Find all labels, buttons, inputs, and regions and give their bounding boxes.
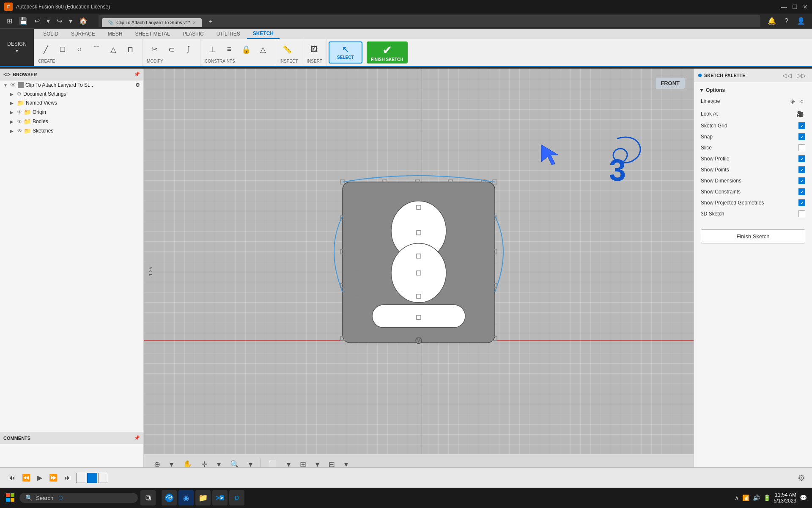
end-button[interactable]: ⏭ (63, 472, 73, 483)
design-menu-button[interactable]: DESIGN ▾ (0, 29, 34, 66)
home-button[interactable]: 🏠 (77, 15, 90, 27)
line-tool[interactable]: ╱ (38, 43, 53, 56)
extend-tool[interactable]: ⊂ (164, 43, 179, 56)
circle-tool[interactable]: ○ (72, 43, 87, 55)
doc-tab-close[interactable]: ✕ (192, 20, 196, 25)
browser-item-sketches[interactable]: ▶ 👁 📁 Sketches (0, 126, 143, 135)
browser-item-origin[interactable]: ▶ 👁 📁 Origin (0, 108, 143, 117)
cortana-taskbar-button[interactable]: ◉ (178, 490, 194, 505)
playback-bar: ⏮ ⏪ ▶ ⏩ ⏭ ⚙ (0, 467, 812, 488)
browser-item-bodies[interactable]: ▶ 👁 📁 Bodies (0, 117, 143, 126)
show-profile-checkbox[interactable]: ✓ (798, 155, 805, 162)
timeline-shape-1[interactable] (76, 473, 86, 483)
up-arrow-tray[interactable]: ∧ (735, 494, 739, 501)
viewport[interactable]: 1:25 FRONT (144, 69, 694, 474)
redo-button[interactable]: ↪ (54, 15, 65, 27)
insert-tool[interactable]: 🖼 (307, 43, 322, 55)
show-points-checkbox[interactable]: ✓ (798, 166, 805, 173)
palette-left-btn[interactable]: ◁◁ (781, 71, 793, 80)
prev-button[interactable]: ⏪ (20, 472, 32, 483)
eye-icon-origin[interactable]: 👁 (17, 109, 22, 115)
select-section[interactable]: ↖ SELECT (329, 41, 362, 64)
tab-sketch[interactable]: SKETCH (247, 29, 280, 39)
notification-button[interactable]: 🔔 (765, 15, 779, 27)
sidebar-pin-icon[interactable]: 📌 (134, 72, 140, 77)
help-button[interactable]: ? (782, 16, 791, 27)
tab-sheet-metal[interactable]: SHEET METAL (129, 29, 176, 39)
palette-right-btn[interactable]: ▷▷ (795, 71, 808, 80)
start-button[interactable]: ⏮ (7, 472, 17, 483)
slot-tool[interactable]: ⊓ (123, 43, 138, 56)
look-at-button[interactable]: 🎥 (795, 110, 805, 118)
eye-icon-root[interactable]: 👁 (10, 82, 16, 88)
measure-tool[interactable]: 📏 (280, 43, 295, 56)
file-explorer-button[interactable]: 📁 (195, 490, 211, 505)
taskview-button[interactable]: ⧉ (140, 490, 156, 505)
linetype-btn-1[interactable]: ◈ (789, 97, 797, 105)
notification-tray-icon[interactable]: 💬 (800, 494, 807, 501)
undo-dropdown[interactable]: ▾ (44, 15, 52, 27)
tab-plastic[interactable]: PLASTIC (177, 29, 210, 39)
minimize-button[interactable]: — (781, 3, 787, 10)
linetype-btn-2[interactable]: ○ (798, 97, 805, 105)
grid-menu-button[interactable]: ⊞ (4, 15, 15, 27)
clock[interactable]: 11:54 AM 5/13/2023 (774, 492, 796, 504)
user-button[interactable]: 👤 (794, 15, 808, 27)
coincident-tool[interactable]: ⊥ (205, 43, 220, 56)
show-profile-label: Show Profile (701, 156, 729, 162)
network-icon[interactable]: 📶 (742, 494, 749, 501)
undo-button[interactable]: ↩ (32, 15, 42, 27)
timeline-shape-2[interactable] (87, 473, 97, 483)
snap-checkbox[interactable]: ✓ (798, 133, 805, 140)
comments-pin-icon[interactable]: 📌 (134, 435, 140, 441)
maximize-button[interactable]: ☐ (792, 3, 798, 10)
start-button-taskbar[interactable] (5, 492, 15, 504)
lock-tool[interactable]: 🔒 (239, 43, 254, 56)
3d-sketch-checkbox[interactable] (798, 210, 805, 217)
timeline-shape-3[interactable] (98, 473, 108, 483)
vscode-button[interactable] (212, 490, 228, 505)
tab-mesh[interactable]: MESH (102, 29, 129, 39)
arc-tool[interactable]: ⌒ (89, 43, 104, 56)
titlebar: F Autodesk Fusion 360 (Education License… (0, 0, 812, 14)
new-tab-button[interactable]: + (206, 16, 215, 27)
browser-item-named-views[interactable]: ▶ 📁 Named Views (0, 98, 143, 108)
show-dimensions-checkbox[interactable]: ✓ (798, 177, 805, 184)
slice-checkbox[interactable] (798, 144, 805, 151)
sketch-grid-checkbox[interactable]: ✓ (798, 122, 805, 129)
dell-button[interactable]: D (229, 490, 244, 505)
tab-surface[interactable]: SURFACE (65, 29, 101, 39)
options-header[interactable]: ▼ Options (694, 86, 812, 95)
show-projected-checkbox[interactable]: ✓ (798, 199, 805, 206)
browser-item-settings[interactable]: ▶ ⚙ Document Settings (0, 90, 143, 98)
design-label: DESIGN (7, 41, 27, 47)
collapse-sidebar-icon[interactable]: ◁▷ (3, 72, 10, 77)
tab-utilities[interactable]: UTILITIES (211, 29, 246, 39)
eye-icon-bodies[interactable]: 👁 (17, 119, 22, 124)
trim-tool[interactable]: ✂ (147, 43, 162, 56)
show-constraints-checkbox[interactable]: ✓ (798, 188, 805, 195)
sound-icon[interactable]: 🔊 (753, 494, 760, 501)
settings-icon-root[interactable]: ⚙ (135, 82, 140, 88)
document-tab[interactable]: 📎 Clip To Attach Lanyard To Stubs v1* ✕ (102, 18, 202, 27)
finish-sketch-ribbon-button[interactable]: ✔ FINISH SKETCH (367, 41, 408, 64)
collinear-tool[interactable]: ≡ (222, 43, 237, 55)
view-cube[interactable]: FRONT (655, 77, 685, 89)
battery-icon[interactable]: 🔋 (763, 494, 771, 501)
close-button[interactable]: ✕ (803, 3, 808, 10)
fillet-tool[interactable]: ∫ (181, 43, 196, 55)
save-button[interactable]: 💾 (16, 15, 30, 27)
polygon-tool[interactable]: △ (106, 43, 121, 56)
play-button[interactable]: ▶ (36, 472, 44, 483)
settings-icon-timeline[interactable]: ⚙ (798, 473, 805, 483)
next-button[interactable]: ⏩ (47, 472, 59, 483)
triangle-tool[interactable]: △ (255, 43, 271, 56)
finish-sketch-palette-button[interactable]: Finish Sketch (701, 229, 805, 243)
tab-solid[interactable]: SOLID (37, 29, 64, 39)
taskbar-search-box[interactable]: 🔍 Search ⬡ (19, 493, 138, 503)
rect-tool[interactable]: □ (55, 43, 70, 55)
redo-dropdown[interactable]: ▾ (66, 15, 75, 27)
browser-item-root[interactable]: ▼ 👁 Clip To Attach Lanyard To St... ⚙ (0, 80, 143, 90)
edge-button[interactable] (162, 490, 177, 505)
eye-icon-sketches[interactable]: 👁 (17, 128, 22, 134)
